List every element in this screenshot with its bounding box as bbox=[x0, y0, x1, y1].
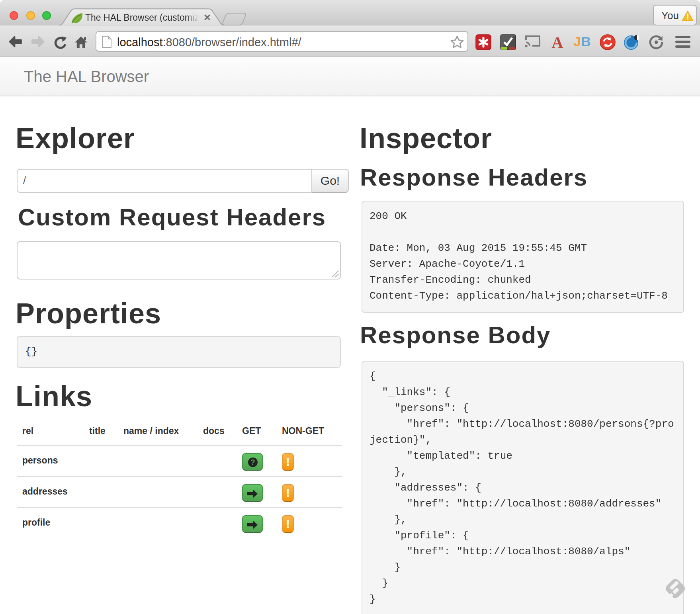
svg-text:?: ? bbox=[251, 458, 255, 466]
